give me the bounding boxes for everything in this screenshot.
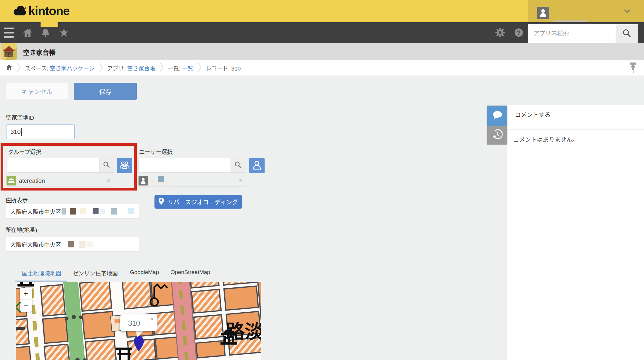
redaction-block: [128, 208, 134, 214]
menu-icon[interactable]: [4, 28, 14, 38]
chevron-down-icon[interactable]: [624, 9, 630, 15]
comment-divider: [507, 146, 644, 146]
breadcrumb-separator-icon: [99, 62, 103, 74]
map-tool-icon[interactable]: [17, 282, 35, 288]
breadcrumb-record: レコード: 310: [206, 64, 241, 72]
active-app-notch: [41, 22, 58, 27]
popup-tail: [135, 331, 144, 337]
active-tab-underline: [15, 281, 67, 281]
group-search-input[interactable]: [7, 158, 99, 173]
popup-value: 310: [128, 319, 140, 327]
search-icon: [103, 161, 110, 169]
people-outline-icon: [119, 161, 130, 171]
map-partial-text: く: [16, 297, 25, 316]
popup-close-icon[interactable]: ×: [151, 316, 154, 322]
breadcrumb: スペース: 空き家パッケージ アプリ: 空き家台帳 一覧: 一覧 レコード: 3…: [0, 60, 644, 76]
user-chip-icon: [139, 176, 148, 185]
user-menu[interactable]: [528, 0, 644, 24]
bell-icon[interactable]: [41, 28, 50, 37]
search-icon: [234, 161, 242, 169]
user-picker-button[interactable]: [249, 158, 265, 173]
cancel-button[interactable]: キャンセル: [6, 83, 68, 100]
lot-field-value-box: 大阪府大阪市中央区: [6, 237, 139, 252]
group-chip-icon: [7, 176, 16, 185]
hut-icon: [1, 43, 17, 60]
user-field-label: ユーザー選択: [139, 148, 173, 156]
pushpin-icon[interactable]: [629, 62, 637, 76]
breadcrumb-app: アプリ: 空き家台帳: [107, 64, 155, 72]
comment-empty-text: コメントはありません。: [513, 135, 578, 144]
redaction-block: [93, 208, 99, 214]
redaction-block: [68, 241, 74, 247]
group-search-button[interactable]: [99, 158, 114, 173]
breadcrumb-view-link[interactable]: 一覧: [182, 65, 193, 72]
star-icon[interactable]: [59, 28, 68, 37]
marker-popup: 310 ×: [120, 314, 157, 331]
address-field-label: 住所表示: [5, 196, 28, 204]
breadcrumb-app-link[interactable]: 空き家台帳: [127, 65, 155, 72]
breadcrumb-space-link[interactable]: 空き家パッケージ: [50, 65, 95, 72]
user-search-button[interactable]: [231, 158, 245, 173]
search-input[interactable]: [528, 24, 616, 43]
user-chip-redaction-block: [158, 176, 164, 182]
lot-field-label: 所在地(地番): [5, 225, 37, 233]
redaction-block: [62, 208, 66, 215]
text-caret: [21, 128, 22, 136]
address-field-value-box: 大阪府大阪市中央区: [6, 204, 139, 219]
gear-icon[interactable]: [495, 28, 504, 36]
reverse-geocode-button[interactable]: リバースジオコーディング: [154, 195, 242, 209]
address-field-value: 大阪府大阪市中央区: [10, 207, 61, 215]
page-title: 空き家台帳: [23, 47, 56, 57]
home-icon[interactable]: [23, 28, 32, 37]
id-input[interactable]: 310: [6, 124, 75, 139]
breadcrumb-view: 一覧: 一覧: [168, 64, 193, 72]
comment-action[interactable]: コメントする: [515, 110, 550, 119]
breadcrumb-app-prefix: アプリ:: [107, 65, 127, 72]
map-canvas[interactable]: + − く 310 × 淡路: [16, 282, 261, 360]
id-field-label: 空家空地ID: [6, 113, 34, 121]
reverse-geocode-label: リバースジオコーディング: [168, 198, 238, 206]
lot-field-value: 大阪府大阪市中央区: [10, 240, 61, 248]
history-clock-icon: [492, 129, 503, 141]
logo-cloud-icon: [12, 4, 27, 18]
save-button[interactable]: 保存: [74, 83, 137, 100]
app-search: [528, 24, 638, 43]
user-avatar[interactable]: [537, 7, 549, 19]
tab-openstreetmap[interactable]: OpenStreetMap: [170, 269, 210, 276]
redaction-block: [111, 208, 117, 215]
search-button[interactable]: [616, 24, 638, 43]
group-chip-remove[interactable]: ×: [107, 177, 110, 184]
user-search-input[interactable]: [139, 158, 231, 173]
user-chip-underline: [139, 186, 246, 187]
kintone-logo[interactable]: kintone: [12, 4, 70, 18]
id-input-value: 310: [10, 128, 21, 135]
tab-comments[interactable]: [487, 106, 507, 126]
breadcrumb-separator-icon: [197, 62, 202, 74]
group-chip-name: atcreation: [19, 177, 45, 184]
app-title-bar: [0, 43, 644, 60]
search-icon: [622, 29, 631, 39]
redaction-block: [70, 208, 76, 215]
redaction-block: [87, 241, 93, 247]
tab-history[interactable]: [487, 126, 507, 145]
app-icon[interactable]: [1, 43, 17, 60]
group-chip-underline: [7, 186, 114, 187]
map-place-label: 淡路: [224, 321, 261, 360]
breadcrumb-space-prefix: スペース:: [25, 65, 50, 72]
comment-panel-tabs: [487, 106, 507, 145]
breadcrumb-separator-icon: [17, 62, 21, 74]
redaction-block: [100, 209, 105, 214]
redaction-block: [79, 241, 86, 248]
breadcrumb-home-icon[interactable]: [6, 64, 12, 72]
person-outline-icon: [252, 160, 261, 171]
svg-text:?: ?: [517, 29, 521, 36]
tab-gsi-map[interactable]: 国土地理院地図: [22, 269, 61, 277]
group-picker-button[interactable]: [117, 158, 132, 173]
help-icon[interactable]: ?: [514, 28, 523, 37]
speech-bubble-icon: [492, 111, 503, 121]
tab-google-map[interactable]: GoogleMap: [130, 269, 159, 276]
tab-zenrin-map[interactable]: ゼンリン住宅地図: [73, 269, 118, 277]
user-chip-remove[interactable]: ×: [239, 177, 242, 184]
breadcrumb-view-prefix: 一覧:: [168, 65, 182, 72]
map-marker-icon[interactable]: [134, 336, 144, 353]
